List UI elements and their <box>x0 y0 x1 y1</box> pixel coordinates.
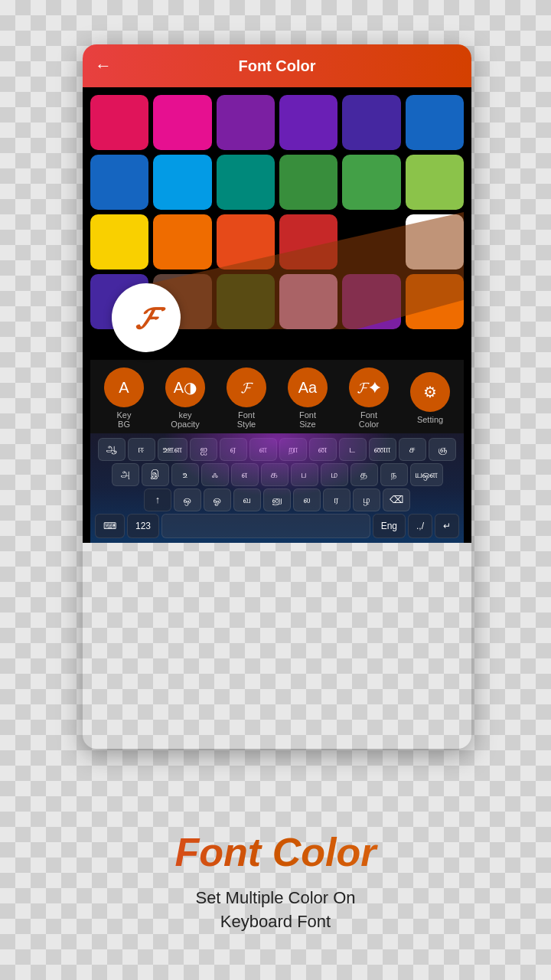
key-r3-4[interactable]: ல <box>293 488 321 511</box>
color-cell-r3-c2[interactable] <box>217 274 275 329</box>
color-cell-r2-c1[interactable] <box>153 214 211 270</box>
header-title: Font Color <box>238 57 315 75</box>
key-r1-1[interactable]: ஈ <box>128 438 155 461</box>
tool-icon-setting: ⚙ <box>410 372 450 412</box>
key-r1-10[interactable]: ச <box>399 438 426 461</box>
key-r3-1[interactable]: ஓ <box>204 488 231 511</box>
header: ← Font Color <box>83 44 471 87</box>
key-r2-8[interactable]: த <box>350 463 378 486</box>
keyboard-row-3: ↑ஒஓவனுலரழ⌫ <box>93 488 461 511</box>
keyboard-area: ஆஈஊளஐஏளறானடணாசஞ அஇஉஃஎகபமதநயஒள ↑ஒஓவனுலரழ⌫… <box>90 433 464 543</box>
key-r2-4[interactable]: எ <box>231 463 259 486</box>
color-cell-r2-c3[interactable] <box>279 214 337 270</box>
key-r2-9[interactable]: ந <box>380 463 408 486</box>
tool-icon-font-style: 𝓕 <box>227 368 266 407</box>
color-cell-r2-c2[interactable] <box>217 214 275 270</box>
key-bottom-0[interactable]: ⌨ <box>95 514 125 538</box>
key-r3-2[interactable]: வ <box>233 488 261 511</box>
key-r1-11[interactable]: ஞ <box>429 438 456 461</box>
keyboard-row-1: ஆஈஊளஐஏளறானடணாசஞ <box>93 438 461 461</box>
subtitle: Set Multiple Color OnKeyboard Font <box>0 887 551 934</box>
key-r1-9[interactable]: ணா <box>369 438 396 461</box>
color-cell-r2-c0[interactable] <box>90 214 148 270</box>
keyboard-row-2: அஇஉஃஎகபமதநயஒள <box>93 463 461 486</box>
key-r2-0[interactable]: அ <box>112 463 139 486</box>
key-r1-0[interactable]: ஆ <box>98 438 126 461</box>
key-r1-3[interactable]: ஐ <box>190 438 217 461</box>
bottom-section: Font Color Set Multiple Color OnKeyboard… <box>0 831 551 934</box>
font-circle-label: 𝓕 <box>135 300 158 336</box>
key-r2-7[interactable]: ம <box>321 463 348 486</box>
color-cell-r3-c5[interactable] <box>406 274 464 329</box>
key-r1-8[interactable]: ட <box>339 438 367 461</box>
key-bottom-4[interactable]: ↵ <box>435 514 459 538</box>
tool-btn-font-style[interactable]: 𝓕Font Style <box>227 368 266 429</box>
color-cell-r3-c4[interactable] <box>342 274 400 329</box>
tool-btn-font-color[interactable]: 𝓕✦Font Color <box>349 368 389 429</box>
tool-btn-key-bg[interactable]: AKey BG <box>104 368 144 429</box>
key-bottom-2[interactable]: Eng <box>373 514 406 538</box>
key-r2-1[interactable]: இ <box>142 463 169 486</box>
color-cell-r1-c1[interactable] <box>153 155 211 210</box>
key-shift[interactable]: ↑ <box>144 488 171 511</box>
big-title: Font Color <box>0 831 551 874</box>
key-r2-3[interactable]: ஃ <box>201 463 229 486</box>
key-r3-0[interactable]: ஒ <box>174 488 201 511</box>
tool-label-font-color: Font Color <box>359 410 379 429</box>
color-cell-r1-c0[interactable] <box>90 155 148 210</box>
color-cell-r1-c4[interactable] <box>342 155 400 210</box>
color-cell-r0-c0[interactable] <box>90 95 148 150</box>
key-r3-6[interactable]: ழ <box>353 488 380 511</box>
key-r3-3[interactable]: னு <box>263 488 291 511</box>
key-r2-10[interactable]: யஒள <box>410 463 443 486</box>
color-cell-r2-c5[interactable] <box>406 214 464 270</box>
color-cell-r1-c2[interactable] <box>217 155 275 210</box>
key-r1-4[interactable]: ஏ <box>220 438 247 461</box>
tool-label-setting: Setting <box>417 415 443 424</box>
toolbar: AKey BGA◑key Opacity𝓕Font StyleAaFont Si… <box>90 360 464 433</box>
tool-label-font-size: Font Size <box>299 410 316 429</box>
tool-btn-setting[interactable]: ⚙Setting <box>410 372 450 424</box>
tool-btn-key-opacity[interactable]: A◑key Opacity <box>165 368 205 429</box>
back-button[interactable]: ← <box>95 56 112 76</box>
app-container: ← Font Color 𝓕 AKey BGA◑key Opacity𝓕Font… <box>83 44 471 749</box>
key-r3-5[interactable]: ர <box>323 488 350 511</box>
color-cell-r3-c3[interactable] <box>279 274 337 329</box>
color-cell-r0-c1[interactable] <box>153 95 211 150</box>
color-cell-r0-c4[interactable] <box>342 95 400 150</box>
keyboard-row-4: ⌨123Eng.,/↵ <box>93 514 461 538</box>
color-cell-r1-c5[interactable] <box>406 155 464 210</box>
tool-icon-font-size: Aa <box>288 368 328 407</box>
key-r2-6[interactable]: ப <box>291 463 318 486</box>
key-r2-2[interactable]: உ <box>171 463 199 486</box>
color-cell-r1-c3[interactable] <box>279 155 337 210</box>
key-bottom-3[interactable]: .,/ <box>408 514 432 538</box>
tool-label-font-style: Font Style <box>237 410 256 429</box>
tool-label-key-opacity: key Opacity <box>171 410 199 429</box>
key-r1-5[interactable]: ள <box>249 438 277 461</box>
color-grid-area: 𝓕 AKey BGA◑key Opacity𝓕Font StyleAaFont … <box>83 87 471 543</box>
tool-icon-font-color: 𝓕✦ <box>349 368 389 407</box>
key-r1-7[interactable]: ன <box>309 438 337 461</box>
color-cell-r2-c4[interactable] <box>342 214 400 270</box>
color-cell-r0-c3[interactable] <box>279 95 337 150</box>
key-r2-5[interactable]: க <box>261 463 289 486</box>
key-bottom-1[interactable]: 123 <box>127 514 159 538</box>
key-r1-2[interactable]: ஊள <box>158 438 187 461</box>
color-cell-r0-c5[interactable] <box>406 95 464 150</box>
tool-icon-key-bg: A <box>104 368 144 407</box>
key-space-bar[interactable] <box>161 514 370 538</box>
key-r3-7[interactable]: ⌫ <box>383 488 410 511</box>
tool-btn-font-size[interactable]: AaFont Size <box>288 368 328 429</box>
font-circle: 𝓕 <box>112 283 181 352</box>
tool-label-key-bg: Key BG <box>117 410 132 429</box>
tool-icon-key-opacity: A◑ <box>165 368 205 407</box>
key-r1-6[interactable]: றா <box>279 438 307 461</box>
color-cell-r0-c2[interactable] <box>217 95 275 150</box>
